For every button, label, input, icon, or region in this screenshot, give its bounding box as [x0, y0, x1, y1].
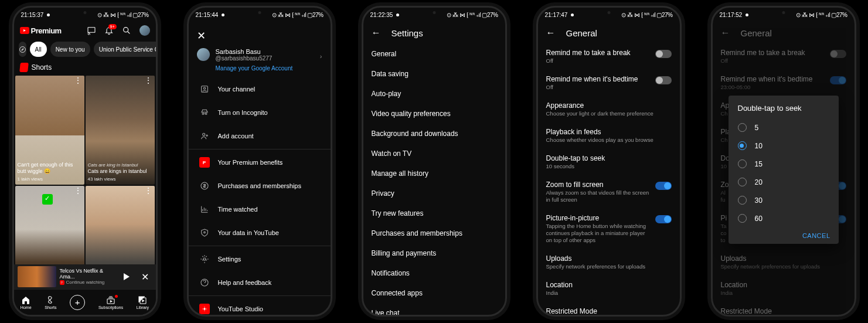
chip-upsc[interactable]: Union Public Service C: [94, 42, 156, 57]
more-icon[interactable]: ⋮: [144, 78, 152, 83]
cast-icon[interactable]: [87, 26, 96, 35]
menu-your-channel[interactable]: Your channel: [189, 77, 331, 101]
setting-pip[interactable]: Picture-in-pictureTapping the Home butto…: [538, 209, 680, 250]
svg-point-12: [203, 308, 205, 310]
explore-chip[interactable]: [19, 42, 26, 57]
clock: 21:17:52: [720, 12, 743, 18]
bottom-nav: Home Shorts + Subscriptions Library: [14, 289, 156, 315]
toggle[interactable]: [655, 182, 672, 190]
setting-uploads: UploadsSpecify network preferences for u…: [713, 250, 855, 276]
shorts-label: Shorts: [32, 63, 52, 72]
page-title: General: [741, 28, 772, 38]
account-avatar[interactable]: [197, 48, 210, 61]
nav-create[interactable]: +: [70, 295, 85, 310]
menu-add-account[interactable]: Add account: [189, 124, 331, 148]
setting-zoom[interactable]: Zoom to fill screenAlways zoom so that v…: [538, 176, 680, 209]
seek-option-15[interactable]: 15: [729, 155, 839, 173]
shorts-nav-icon: [46, 295, 55, 305]
avatar[interactable]: [139, 25, 150, 36]
settings-item-watch-tv[interactable]: Watch on TV: [363, 144, 505, 164]
settings-item-privacy[interactable]: Privacy: [363, 183, 505, 203]
status-right: ⊙ ⁂ ⋈ ⁅ ᴺᴿ ₊ıl ▢27%: [796, 12, 847, 18]
premium-p-icon: P: [199, 157, 210, 168]
settings-item-background[interactable]: Background and downloads: [363, 124, 505, 144]
settings-item-try-new[interactable]: Try new features: [363, 203, 505, 223]
help-icon: [199, 277, 210, 288]
status-right: ⊙ ⁂ ⋈ ⁅ ᴺᴿ ₊ıl ▢27%: [621, 12, 672, 18]
chip-new-to-you[interactable]: New to you: [50, 42, 90, 57]
page-title: Settings: [392, 28, 423, 38]
settings-item-general[interactable]: General: [363, 44, 505, 64]
youtube-logo[interactable]: Premium: [20, 26, 62, 35]
settings-item-data[interactable]: Data saving: [363, 64, 505, 84]
shorts-header: Shorts: [14, 59, 156, 76]
shorts-grid: ⋮ Can't get enough of this butt wiggle 😄…: [14, 76, 156, 295]
setting-uploads[interactable]: UploadsSpecify network preferences for u…: [538, 250, 680, 276]
mini-play-icon[interactable]: [124, 273, 130, 280]
settings-item-connected[interactable]: Connected apps: [363, 283, 505, 303]
settings-item-livechat[interactable]: Live chat: [363, 303, 505, 317]
notifications-icon[interactable]: 9+: [104, 26, 114, 35]
menu-time-watched[interactable]: Time watched: [189, 198, 331, 221]
settings-item-purchases[interactable]: Purchases and memberships: [363, 223, 505, 243]
miniplayer[interactable]: Telcos Vs Netflix & Ama... PContinue wat…: [14, 264, 156, 289]
chip-all[interactable]: All: [30, 42, 47, 57]
setting-playback-feeds[interactable]: Playback in feedsChoose whether videos p…: [538, 123, 680, 149]
phone-1-youtube-home: 21:15:37 ⊙ ⁂ ⋈ ⁅ ᴺᴿ ₊ıl ▢27% Premium 9+ …: [12, 6, 158, 317]
nav-home[interactable]: Home: [21, 295, 32, 310]
status-right: ⊙ ⁂ ⋈ ⁅ ᴺᴿ ₊ıl ▢27%: [447, 12, 498, 18]
library-icon: [138, 295, 147, 305]
menu-incognito[interactable]: Turn on Incognito: [189, 101, 331, 124]
menu-settings[interactable]: Settings: [189, 247, 331, 271]
chevron-right-icon[interactable]: ›: [320, 53, 322, 60]
seek-option-5[interactable]: 5: [729, 118, 839, 137]
status-bar: 21:22:35 ⊙ ⁂ ⋈ ⁅ ᴺᴿ ₊ıl ▢27%: [363, 8, 505, 22]
menu-help[interactable]: Help and feedback: [189, 271, 331, 294]
account-header: ✕: [189, 22, 331, 48]
seek-option-20[interactable]: 20: [729, 173, 839, 191]
settings-item-billing[interactable]: Billing and payments: [363, 243, 505, 263]
settings-item-notifications[interactable]: Notifications: [363, 263, 505, 283]
nav-subscriptions[interactable]: Subscriptions: [98, 295, 123, 310]
more-icon[interactable]: ⋮: [74, 78, 82, 83]
nav-library[interactable]: Library: [137, 295, 149, 310]
more-icon[interactable]: ⋮: [144, 188, 152, 193]
dollar-icon: [199, 181, 210, 191]
setting-restricted[interactable]: Restricted Mode: [538, 302, 680, 317]
seek-option-10[interactable]: 10: [729, 137, 839, 155]
toggle[interactable]: [655, 50, 672, 58]
close-icon[interactable]: ✕: [197, 29, 206, 42]
menu-yt-studio[interactable]: YouTube Studio: [189, 297, 331, 317]
short-card-1[interactable]: ⋮ Can't get enough of this butt wiggle 😄…: [15, 76, 84, 185]
back-icon[interactable]: ←: [546, 28, 556, 38]
more-icon[interactable]: ⋮: [74, 188, 82, 193]
back-icon[interactable]: ←: [372, 28, 381, 38]
mini-close-icon[interactable]: ✕: [141, 271, 149, 283]
menu-premium[interactable]: PYour Premium benefits: [189, 151, 331, 174]
settings-item-quality[interactable]: Video quality preferences: [363, 104, 505, 124]
settings-item-history[interactable]: Manage all history: [363, 164, 505, 183]
menu-purchases[interactable]: Purchases and memberships: [189, 174, 331, 198]
svg-rect-0: [88, 28, 95, 33]
setting-location[interactable]: LocationIndia: [538, 276, 680, 302]
setting-bedtime[interactable]: Remind me when it's bedtimeOff: [538, 70, 680, 97]
manage-account-link[interactable]: Manage your Google Account: [216, 65, 314, 72]
search-icon[interactable]: [122, 26, 131, 35]
toggle[interactable]: [655, 215, 672, 223]
nav-shorts[interactable]: Shorts: [45, 295, 56, 310]
add-person-icon: [199, 131, 210, 141]
page-header: ← Settings: [363, 22, 505, 44]
setting-appearance[interactable]: AppearanceChoose your light or dark them…: [538, 97, 680, 123]
seek-option-60[interactable]: 60: [729, 209, 839, 227]
setting-double-tap[interactable]: Double-tap to seek10 seconds: [538, 149, 680, 176]
page-header: ← General: [713, 22, 855, 44]
youtube-header: Premium 9+: [14, 22, 156, 39]
short-card-2[interactable]: ⋮ Cats are king in IstanbulCats are king…: [86, 76, 155, 185]
menu-your-data[interactable]: Your data in YouTube: [189, 221, 331, 244]
toggle[interactable]: [655, 76, 672, 84]
seek-option-30[interactable]: 30: [729, 191, 839, 209]
setting-break[interactable]: Remind me to take a breakOff: [538, 44, 680, 70]
settings-item-autoplay[interactable]: Auto-play: [363, 84, 505, 104]
cancel-button[interactable]: CANCEL: [729, 227, 839, 240]
short-views: 1 lakh views: [18, 176, 82, 182]
